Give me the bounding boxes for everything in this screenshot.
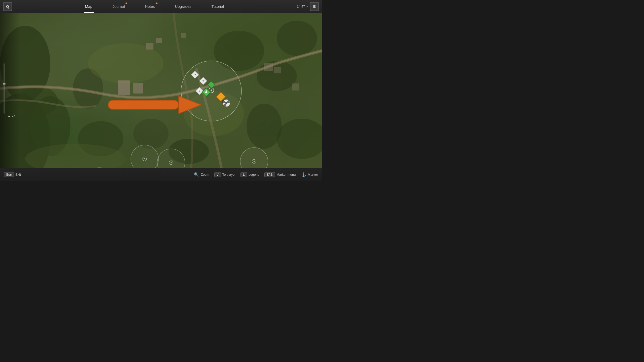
legend-action[interactable]: L Legend xyxy=(240,172,259,177)
svg-rect-53 xyxy=(108,100,179,109)
exit-action[interactable]: Esc Exit xyxy=(4,172,21,177)
svg-rect-18 xyxy=(133,83,143,94)
zoom-icon: 🔍 xyxy=(194,172,199,177)
esc-key-badge[interactable]: Esc xyxy=(4,172,14,177)
svg-rect-17 xyxy=(118,80,130,95)
legend-label: Legend xyxy=(249,173,259,176)
svg-text:?: ? xyxy=(194,73,196,76)
svg-rect-23 xyxy=(274,67,281,73)
marker-menu-action[interactable]: TAB Marker menu xyxy=(264,172,296,177)
top-navigation-bar: Q Map Journal Notes Upgrades Tutorial 14… xyxy=(0,0,322,13)
svg-text:◄ ×4: ◄ ×4 xyxy=(8,114,15,118)
tab-tutorial[interactable]: Tutorial xyxy=(202,0,234,13)
svg-rect-58 xyxy=(4,63,5,114)
svg-rect-57 xyxy=(0,13,20,168)
svg-rect-59 xyxy=(3,83,6,84)
marker-menu-label: Marker menu xyxy=(276,173,296,176)
notes-notification-dot xyxy=(156,3,157,4)
svg-rect-21 xyxy=(181,33,186,38)
marker-action[interactable]: ⚓ Marker xyxy=(301,172,318,177)
zoom-label: Zoom xyxy=(201,173,209,176)
svg-text:?: ? xyxy=(199,89,200,93)
svg-text:!: ! xyxy=(220,95,221,99)
navigation-tabs: Map Journal Notes Upgrades Tutorial xyxy=(12,0,297,13)
zoom-action[interactable]: 🔍 Zoom xyxy=(194,172,209,177)
svg-point-6 xyxy=(257,61,297,91)
l-key-badge[interactable]: L xyxy=(240,172,247,177)
to-player-label: To player xyxy=(222,173,236,176)
to-player-action[interactable]: V To player xyxy=(214,172,236,177)
svg-rect-22 xyxy=(264,63,273,71)
tab-upgrades[interactable]: Upgrades xyxy=(165,0,202,13)
svg-point-8 xyxy=(133,119,169,149)
tab-journal[interactable]: Journal xyxy=(102,0,135,13)
journal-notification-dot xyxy=(126,3,127,4)
time-display: 14 47 ○ xyxy=(297,5,308,8)
svg-point-11 xyxy=(247,104,282,149)
svg-text:?: ? xyxy=(203,79,204,82)
key-e-button[interactable]: E xyxy=(310,2,319,11)
svg-point-37 xyxy=(254,161,255,162)
anchor-icon: ⚓ xyxy=(301,172,306,177)
marker-label: Marker xyxy=(308,173,318,176)
v-key-badge[interactable]: V xyxy=(214,172,221,177)
map-svg-overlay: ? ? ? ! xyxy=(0,13,322,168)
svg-point-13 xyxy=(277,21,317,56)
map-area[interactable]: ? ? ? ! xyxy=(0,13,322,168)
svg-point-45 xyxy=(211,89,212,91)
key-q-button[interactable]: Q xyxy=(3,2,12,11)
svg-rect-19 xyxy=(146,43,153,50)
tab-key-badge[interactable]: TAB xyxy=(264,172,275,177)
exit-label: Exit xyxy=(15,173,21,176)
svg-point-31 xyxy=(144,158,145,159)
bottom-action-bar: Esc Exit 🔍 Zoom V To player L Legend TAB… xyxy=(0,168,322,181)
tab-notes[interactable]: Notes xyxy=(135,0,165,13)
svg-rect-24 xyxy=(292,83,299,90)
svg-point-33 xyxy=(171,162,172,163)
svg-rect-20 xyxy=(156,38,162,43)
tab-map[interactable]: Map xyxy=(75,0,102,13)
